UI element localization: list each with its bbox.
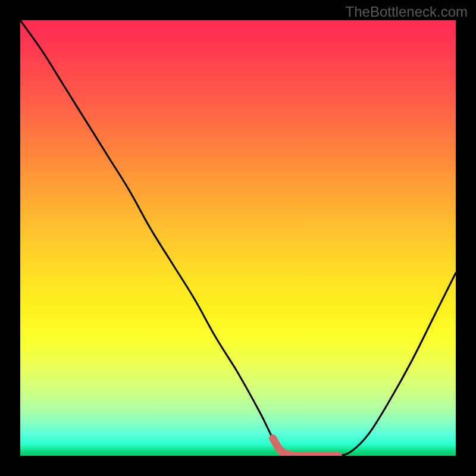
- chart-container: TheBottleneck.com: [0, 0, 476, 476]
- watermark-text: TheBottleneck.com: [346, 4, 468, 20]
- curve-svg: [20, 20, 456, 456]
- highlight-layer: [273, 439, 339, 456]
- highlight-segment: [273, 439, 339, 456]
- bottleneck-curve: [20, 20, 456, 456]
- plot-area: [20, 20, 456, 456]
- curve-layer: [20, 20, 456, 456]
